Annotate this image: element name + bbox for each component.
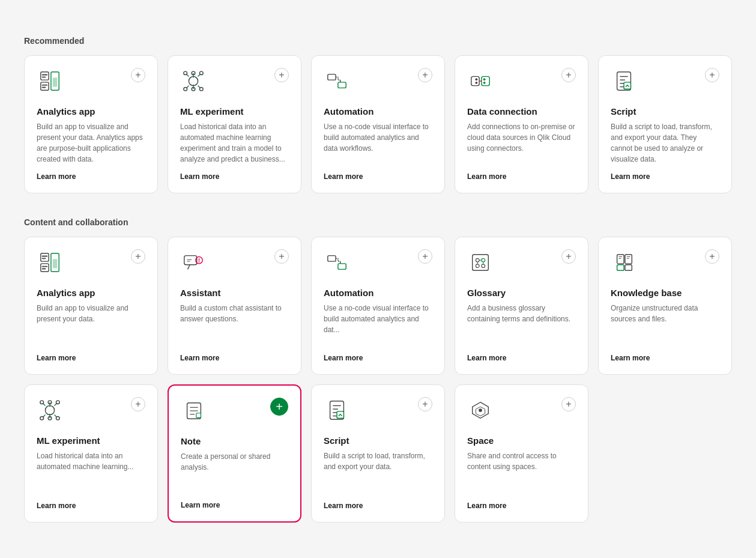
card-desc-note-cc: Create a personal or shared analysis. [181, 451, 288, 494]
svg-rect-32 [42, 268, 46, 270]
card-ml-experiment-rec[interactable]: +ML experimentLoad historical data into … [168, 55, 301, 193]
card-top-note-cc: + [181, 398, 288, 424]
svg-rect-29 [42, 256, 48, 257]
card-ml-experiment-cc[interactable]: +ML experimentLoad historical data into … [24, 384, 158, 523]
ml-icon [180, 68, 207, 94]
learn-more-analytics-app-rec[interactable]: Learn more [37, 172, 145, 181]
card-top-script-rec: + [611, 68, 719, 94]
svg-rect-3 [53, 77, 58, 86]
add-button-assistant-cc[interactable]: + [274, 249, 289, 264]
card-title-analytics-app-rec: Analytics app [37, 106, 145, 117]
svg-point-39 [476, 258, 479, 262]
card-desc-space-cc: Share and control access to content usin… [467, 450, 576, 494]
card-top-assistant-cc: + [180, 249, 289, 276]
card-space-cc[interactable]: +SpaceShare and control access to conten… [455, 384, 588, 523]
learn-more-ml-experiment-cc[interactable]: Learn more [37, 502, 145, 510]
card-title-automation-cc: Automation [324, 288, 432, 298]
learn-more-note-cc[interactable]: Learn more [181, 501, 288, 509]
add-button-analytics-app-cc[interactable]: + [131, 249, 145, 264]
card-top-knowledge-base-cc: + [611, 249, 719, 276]
learn-more-knowledge-base-cc[interactable]: Learn more [611, 354, 719, 362]
note-icon [181, 398, 207, 424]
card-top-automation-cc: + [324, 249, 432, 276]
card-desc-glossary-cc: Add a business glossary containing terms… [467, 303, 576, 347]
ml-icon [37, 397, 63, 423]
svg-point-53 [56, 401, 59, 404]
learn-more-assistant-cc[interactable]: Learn more [180, 354, 289, 362]
card-title-script-cc: Script [324, 435, 432, 446]
add-button-ml-experiment-rec[interactable]: + [274, 68, 289, 82]
card-top-automation-rec: + [324, 68, 432, 94]
card-automation-rec[interactable]: +AutomationUse a no-code visual interfac… [311, 55, 445, 193]
card-title-note-cc: Note [181, 436, 288, 446]
script-icon [324, 397, 350, 423]
card-analytics-app-rec[interactable]: +Analytics appBuild an app to visualize … [24, 55, 158, 193]
svg-point-13 [184, 87, 187, 91]
card-data-connection-rec[interactable]: +Data connectionAdd connections to on-pr… [455, 55, 588, 193]
card-desc-ml-experiment-cc: Load historical data into an automated m… [37, 450, 145, 494]
add-button-analytics-app-rec[interactable]: + [131, 68, 145, 82]
add-button-automation-cc[interactable]: + [418, 249, 432, 264]
card-title-data-connection-rec: Data connection [467, 106, 576, 117]
card-desc-analytics-app-cc: Build an app to visualize and present yo… [37, 303, 145, 347]
card-script-rec[interactable]: +ScriptBuild a script to load, transform… [598, 55, 732, 193]
svg-point-14 [199, 71, 203, 75]
add-button-note-cc[interactable]: + [270, 398, 288, 416]
add-button-script-cc[interactable]: + [418, 397, 432, 411]
add-button-ml-experiment-cc[interactable]: + [131, 397, 145, 411]
card-title-space-cc: Space [467, 435, 576, 446]
learn-more-ml-experiment-rec[interactable]: Learn more [180, 172, 289, 181]
card-desc-automation-cc: Use a no-code visual interface to build … [324, 303, 432, 347]
learn-more-automation-cc[interactable]: Learn more [324, 354, 432, 362]
card-script-cc[interactable]: +ScriptBuild a script to load, transform… [311, 384, 445, 523]
svg-point-12 [199, 87, 203, 91]
svg-point-22 [483, 82, 486, 84]
add-button-automation-rec[interactable]: + [418, 68, 432, 82]
svg-rect-7 [42, 87, 46, 88]
learn-more-glossary-cc[interactable]: Learn more [467, 354, 576, 362]
add-button-data-connection-rec[interactable]: + [561, 68, 576, 82]
card-note-cc[interactable]: +NoteCreate a personal or shared analysi… [168, 384, 301, 523]
svg-point-20 [475, 82, 477, 84]
add-button-knowledge-base-cc[interactable]: + [705, 249, 719, 264]
svg-rect-30 [42, 258, 46, 259]
card-desc-data-connection-rec: Add connections to on-premise or cloud d… [467, 121, 576, 165]
card-glossary-cc[interactable]: +GlossaryAdd a business glossary contain… [455, 237, 588, 375]
svg-rect-26 [41, 264, 49, 271]
card-desc-script-cc: Build a script to load, transform, and e… [324, 450, 432, 494]
svg-point-52 [40, 416, 44, 420]
learn-more-data-connection-rec[interactable]: Learn more [467, 172, 576, 181]
add-button-glossary-cc[interactable]: + [561, 249, 576, 264]
card-title-automation-rec: Automation [324, 106, 432, 117]
space-icon [467, 397, 494, 423]
add-button-script-rec[interactable]: + [705, 68, 719, 82]
card-knowledge-base-cc[interactable]: +Knowledge baseOrganize unstructured dat… [598, 237, 732, 375]
card-top-analytics-app-rec: + [37, 68, 145, 94]
analytics-icon [37, 249, 63, 276]
svg-point-21 [483, 78, 486, 80]
svg-rect-5 [42, 76, 46, 77]
card-assistant-cc[interactable]: +AssistantBuild a custom chat assistant … [168, 237, 301, 375]
learn-more-space-cc[interactable]: Learn more [467, 502, 576, 510]
analytics-icon [37, 68, 63, 94]
card-top-space-cc: + [467, 397, 576, 423]
card-automation-cc[interactable]: +AutomationUse a no-code visual interfac… [311, 237, 445, 375]
svg-rect-38 [473, 255, 489, 271]
learn-more-script-cc[interactable]: Learn more [324, 502, 432, 510]
learn-more-automation-rec[interactable]: Learn more [324, 172, 432, 181]
svg-rect-15 [328, 74, 336, 80]
glossary-icon [467, 249, 494, 276]
card-desc-script-rec: Build a script to load, transform, and e… [611, 121, 719, 165]
svg-rect-6 [42, 85, 48, 86]
card-desc-knowledge-base-cc: Organize unstructured data sources and f… [611, 303, 719, 347]
section-title-recommended: Recommended [24, 36, 732, 46]
svg-rect-1 [41, 82, 49, 90]
automation-icon [324, 249, 350, 276]
add-button-space-cc[interactable]: + [561, 397, 576, 411]
learn-more-analytics-app-cc[interactable]: Learn more [37, 354, 145, 362]
knowledgebase-icon [611, 249, 637, 276]
svg-point-50 [40, 401, 44, 404]
svg-rect-37 [338, 264, 346, 270]
card-analytics-app-cc[interactable]: +Analytics appBuild an app to visualize … [24, 237, 158, 375]
learn-more-script-rec[interactable]: Learn more [611, 172, 719, 181]
